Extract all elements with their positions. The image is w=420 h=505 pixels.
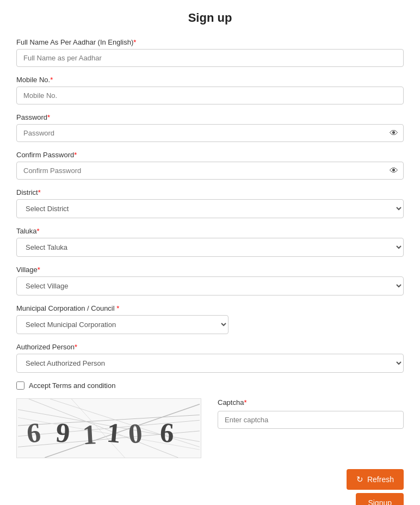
taluka-select[interactable]: Select Taluka: [16, 238, 404, 257]
district-label: District*: [16, 188, 404, 196]
signup-row: Signup: [16, 493, 404, 505]
village-label: Village*: [16, 266, 404, 274]
terms-label: Accept Terms and condition: [29, 381, 115, 390]
svg-text:6: 6: [159, 417, 175, 448]
municipal-group: Municipal Corporation / Council * Select…: [16, 304, 404, 334]
captcha-image: 6 9 1 1 0 6: [16, 398, 201, 458]
svg-text:1: 1: [106, 417, 122, 449]
captcha-label: Captcha*: [218, 398, 404, 407]
captcha-svg: 6 9 1 1 0 6: [17, 399, 201, 458]
village-select[interactable]: Select Village: [16, 276, 404, 295]
password-group: Password* 👁: [16, 113, 404, 142]
authorized-person-select[interactable]: Select Authorized Person: [16, 354, 404, 373]
taluka-group: Taluka* Select Taluka: [16, 227, 404, 257]
fullname-label: Full Name As Per Aadhar (In English)*: [16, 38, 404, 46]
village-group: Village* Select Village: [16, 266, 404, 295]
svg-text:0: 0: [127, 418, 143, 449]
captcha-input[interactable]: [218, 411, 404, 429]
page-title: Sign up: [16, 11, 404, 25]
password-input[interactable]: [16, 124, 404, 142]
authorized-person-label: Authorized Person*: [16, 343, 404, 351]
fullname-group: Full Name As Per Aadhar (In English)*: [16, 38, 404, 67]
refresh-icon: ↻: [356, 475, 363, 484]
captcha-right: Captcha*: [218, 398, 404, 429]
mobile-label: Mobile No.*: [16, 76, 404, 84]
confirm-password-input[interactable]: [16, 162, 404, 180]
mobile-input[interactable]: [16, 87, 404, 104]
confirm-password-label: Confirm Password*: [16, 151, 404, 159]
svg-line-7: [50, 399, 200, 447]
svg-text:9: 9: [55, 417, 71, 449]
confirm-password-wrapper: 👁: [16, 162, 404, 180]
district-group: District* Select District: [16, 188, 404, 218]
svg-text:6: 6: [26, 417, 42, 448]
authorized-person-group: Authorized Person* Select Authorized Per…: [16, 343, 404, 373]
terms-checkbox[interactable]: [16, 381, 24, 390]
municipal-select[interactable]: Select Municipal Corporation: [16, 315, 228, 334]
signup-button[interactable]: Signup: [356, 493, 404, 505]
svg-line-2: [29, 399, 178, 458]
svg-text:1: 1: [82, 419, 97, 450]
mobile-group: Mobile No.*: [16, 76, 404, 104]
refresh-row: ↻ Refresh: [16, 469, 404, 490]
refresh-button[interactable]: ↻ Refresh: [347, 469, 404, 490]
password-label: Password*: [16, 113, 404, 121]
municipal-label: Municipal Corporation / Council *: [16, 304, 404, 312]
captcha-section: 6 9 1 1 0 6 Captcha*: [16, 398, 404, 458]
district-select[interactable]: Select District: [16, 199, 404, 218]
refresh-label: Refresh: [367, 475, 394, 484]
confirm-password-eye-icon[interactable]: 👁: [390, 166, 398, 176]
taluka-label: Taluka*: [16, 227, 404, 235]
password-eye-icon[interactable]: 👁: [390, 128, 398, 138]
fullname-input[interactable]: [16, 49, 404, 67]
password-wrapper: 👁: [16, 124, 404, 142]
terms-group: Accept Terms and condition: [16, 381, 404, 390]
confirm-password-group: Confirm Password* 👁: [16, 151, 404, 180]
